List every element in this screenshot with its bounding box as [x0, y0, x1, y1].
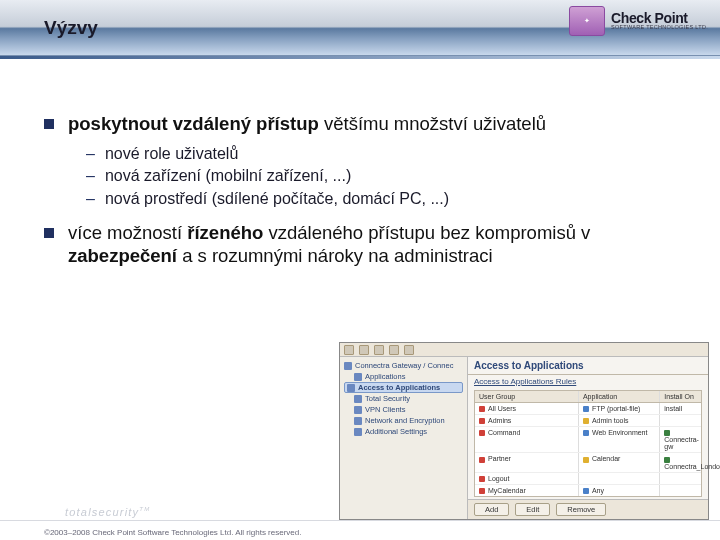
bullet-1-sublist: –nové role uživatelů –nová zařízení (mob…	[86, 144, 676, 209]
ss-tree: Connectra Gateway / Connec Applications …	[340, 357, 468, 519]
table-row[interactable]: CommandWeb EnvironmentConnectra-gw	[475, 427, 701, 453]
ss-right-pane: Access to Applications Access to Applica…	[468, 357, 708, 519]
table-row[interactable]: All UsersFTP (portal-file)install	[475, 403, 701, 415]
watermark: totalsecurityTM	[65, 506, 150, 518]
ss-body: Connectra Gateway / Connec Applications …	[340, 357, 708, 519]
ss-pane-title: Access to Applications	[468, 357, 708, 375]
copyright: ©2003–2008 Check Point Software Technolo…	[44, 528, 301, 537]
ss-toolbar	[340, 343, 708, 357]
brand-logo: ✦ Check Point SOFTWARE TECHNOLOGIES LTD.	[569, 6, 708, 36]
toolbar-icon[interactable]	[344, 345, 354, 355]
node-icon	[354, 428, 362, 436]
toolbar-icon[interactable]	[374, 345, 384, 355]
logo-name: Check Point	[611, 11, 708, 25]
slide-title: Výzvy	[44, 17, 98, 39]
table-row[interactable]: MyCalendarAny	[475, 485, 701, 496]
bullet-1-text: poskytnout vzdálený přístup většímu množ…	[68, 113, 546, 136]
rules-table: User Group Application Install On All Us…	[474, 390, 702, 497]
tree-item[interactable]: VPN Clients	[344, 404, 463, 415]
bullet-2-text: více možností řízeného vzdáleného přístu…	[68, 222, 676, 267]
logo-subtitle: SOFTWARE TECHNOLOGIES LTD.	[611, 25, 708, 31]
dash-icon: –	[86, 144, 95, 164]
slide-header: Výzvy ✦ Check Point SOFTWARE TECHNOLOGIE…	[0, 0, 720, 56]
tree-item[interactable]: Total Security	[344, 393, 463, 404]
folder-icon	[344, 362, 352, 370]
node-icon	[354, 406, 362, 414]
square-bullet-icon	[44, 228, 54, 238]
node-icon	[354, 373, 362, 381]
node-icon	[354, 395, 362, 403]
ss-pane-subtitle: Access to Applications Rules	[468, 375, 708, 388]
table-header: User Group Application Install On	[475, 391, 701, 403]
edit-button[interactable]: Edit	[515, 503, 550, 516]
tree-item[interactable]: Applications	[344, 371, 463, 382]
dash-icon: –	[86, 166, 95, 186]
dash-icon: –	[86, 189, 95, 209]
slide-content: poskytnout vzdálený přístup většímu množ…	[0, 59, 720, 267]
sub-bullet: –nová zařízení (mobilní zařízení, ...)	[86, 166, 676, 186]
logo-text: Check Point SOFTWARE TECHNOLOGIES LTD.	[611, 11, 708, 31]
node-icon	[347, 384, 355, 392]
square-bullet-icon	[44, 119, 54, 129]
slide-footer: ©2003–2008 Check Point Software Technolo…	[0, 518, 720, 540]
bullet-2: více možností řízeného vzdáleného přístu…	[44, 222, 676, 267]
sub-bullet: –nové role uživatelů	[86, 144, 676, 164]
ss-button-bar: Add Edit Remove	[468, 499, 708, 519]
toolbar-icon[interactable]	[404, 345, 414, 355]
tree-item[interactable]: Additional Settings	[344, 426, 463, 437]
bullet-1: poskytnout vzdálený přístup většímu množ…	[44, 113, 676, 136]
table-row[interactable]: Logout	[475, 473, 701, 485]
tree-item-selected[interactable]: Access to Applications	[344, 382, 463, 393]
toolbar-icon[interactable]	[359, 345, 369, 355]
logo-icon: ✦	[569, 6, 605, 36]
table-row[interactable]: AdminsAdmin tools	[475, 415, 701, 427]
toolbar-icon[interactable]	[389, 345, 399, 355]
add-button[interactable]: Add	[474, 503, 509, 516]
tree-item[interactable]: Network and Encryption	[344, 415, 463, 426]
remove-button[interactable]: Remove	[556, 503, 606, 516]
tree-root[interactable]: Connectra Gateway / Connec	[344, 360, 463, 371]
admin-console-screenshot: Connectra Gateway / Connec Applications …	[339, 342, 709, 520]
sub-bullet: –nová prostředí (sdílené počítače, domác…	[86, 189, 676, 209]
table-row[interactable]: PartnerCalendarConnectra_London_R66	[475, 453, 701, 472]
node-icon	[354, 417, 362, 425]
